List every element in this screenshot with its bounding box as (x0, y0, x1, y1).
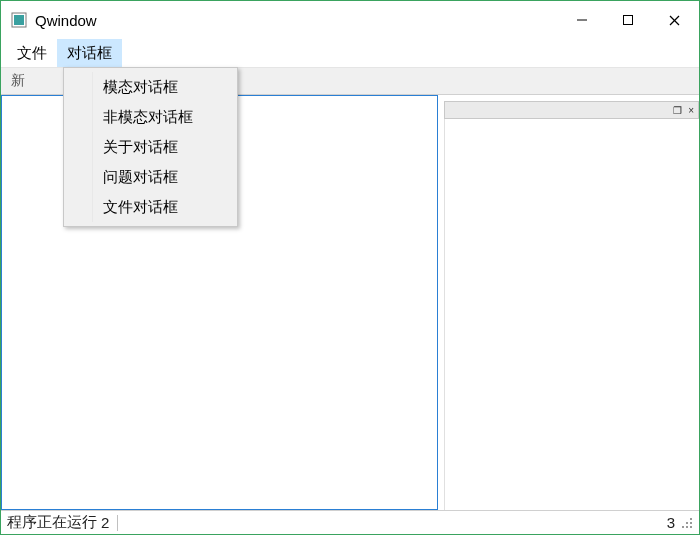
status-right-number: 3 (667, 514, 675, 531)
window-title: Qwindow (35, 12, 559, 29)
toolbar-action-new[interactable]: 新 (11, 72, 25, 90)
close-button[interactable] (651, 1, 697, 39)
menu-item-about-dialog[interactable]: 关于对话框 (65, 132, 237, 162)
menu-item-file-dialog[interactable]: 文件对话框 (65, 192, 237, 222)
svg-rect-3 (624, 16, 633, 25)
minimize-button[interactable] (559, 1, 605, 39)
menubar: 文件 对话框 (1, 39, 699, 67)
dialog-menu-dropdown: 模态对话框 非模态对话框 关于对话框 问题对话框 文件对话框 (63, 67, 238, 227)
status-message: 程序正在运行 (7, 513, 97, 532)
menu-item-question-dialog[interactable]: 问题对话框 (65, 162, 237, 192)
statusbar: 程序正在运行 2 3 (1, 510, 699, 534)
titlebar: Qwindow (1, 1, 699, 39)
window-controls (559, 1, 697, 39)
dock-close-icon[interactable]: × (688, 105, 694, 116)
status-divider (117, 515, 118, 531)
main-window: Qwindow 文件 对话框 新 ❐ × (0, 0, 700, 535)
menu-item-modal-dialog[interactable]: 模态对话框 (65, 72, 237, 102)
maximize-button[interactable] (605, 1, 651, 39)
resize-grip-icon[interactable] (681, 517, 693, 529)
status-left-number: 2 (101, 514, 109, 531)
dock-float-icon[interactable]: ❐ (673, 105, 682, 116)
dock-body[interactable] (444, 119, 699, 510)
right-dock: ❐ × (444, 95, 699, 510)
svg-rect-1 (14, 15, 24, 25)
menu-file[interactable]: 文件 (7, 39, 57, 67)
dock-header: ❐ × (444, 101, 699, 119)
menu-dialog[interactable]: 对话框 (57, 39, 122, 67)
menu-item-modeless-dialog[interactable]: 非模态对话框 (65, 102, 237, 132)
app-icon (11, 12, 27, 28)
